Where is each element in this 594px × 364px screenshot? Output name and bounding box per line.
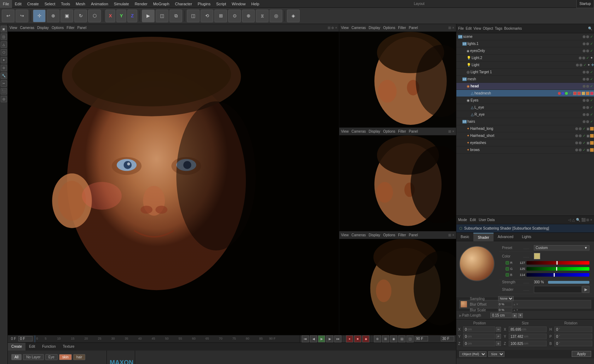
hair-mat-long[interactable] (590, 127, 594, 131)
vp-mr-panel[interactable]: Panel (409, 129, 418, 133)
obj-head[interactable]: ◉ head ✓ (456, 83, 594, 90)
obj-vis-light[interactable]: ✓ (583, 63, 586, 67)
ch-g-slider[interactable] (526, 267, 589, 271)
obj-lights1[interactable]: L0 lights.1 ✓ (456, 40, 594, 47)
target-btn[interactable]: ◎ (270, 10, 282, 22)
obj-hairs-layer[interactable]: L0 hairs ✓ (456, 118, 594, 125)
tl-fps-input[interactable] (441, 336, 454, 341)
obj-tb-edit[interactable]: Edit (466, 27, 472, 30)
apply-button[interactable]: Apply (572, 351, 591, 357)
anim-btn[interactable]: ◈ (287, 10, 300, 22)
obj-vis-light-target1[interactable]: ✓ (590, 70, 593, 74)
select-tool[interactable]: ✢ (33, 10, 46, 22)
shader-box[interactable] (534, 286, 582, 293)
obj-hairhead-short[interactable]: ✦ Hairhead_short ✓ ▦ (456, 132, 594, 139)
pos-x-btn[interactable]: H (496, 327, 501, 332)
vp-br-options[interactable]: Options (383, 233, 395, 237)
y-axis-btn[interactable]: Y (116, 10, 126, 22)
mat-tag-1[interactable] (573, 92, 577, 95)
vp-br-display[interactable]: Display (369, 233, 380, 237)
obj-eyesonly[interactable]: ◉ eyesOnly ✓ (456, 47, 594, 54)
obj-vis-eyelashes[interactable]: ✓ (583, 141, 586, 145)
obj-search-icon[interactable]: 🔍 (588, 27, 592, 30)
obj-scene[interactable]: L0 scene ✓ (456, 33, 594, 40)
shader-add-btn[interactable]: ▶ (582, 286, 589, 293)
menu-mesh[interactable]: Mesh (73, 0, 88, 8)
obj-headmesh[interactable]: △ headmesh ✓ (456, 90, 594, 97)
ch-g-toggle[interactable] (506, 267, 509, 271)
vp-br-canvas[interactable] (339, 239, 456, 335)
pos-y-box[interactable]: 0 cm (463, 334, 495, 339)
shader-tab-advanced[interactable]: Advanced (494, 233, 518, 241)
menu-create[interactable]: Create (24, 0, 42, 8)
ch-g-handle[interactable] (556, 267, 557, 271)
obj-eyelashes[interactable]: ✦ eyelashes ✓ ▦ (456, 139, 594, 146)
path-up-btn[interactable]: ▲ (512, 313, 517, 318)
tl-move-key[interactable]: ⊕ (374, 335, 381, 342)
obj-vis-hairshort[interactable]: ✓ (583, 134, 586, 138)
btab-edit[interactable]: Edit (25, 343, 39, 351)
shader-tab-shader[interactable]: Shader (473, 233, 493, 241)
obj-hairhead-long[interactable]: ✦ Hairhead_long ✓ ▦ (456, 125, 594, 132)
size-y-box[interactable]: 137.482 cm (509, 334, 547, 339)
vp-tr-options[interactable]: Options (383, 26, 395, 30)
vp-tr-panel[interactable]: Panel (409, 26, 418, 30)
obj-vis-headmesh[interactable]: ✓ (569, 91, 572, 95)
vp-mr-display[interactable]: Display (369, 129, 380, 133)
vp-tr-cameras[interactable]: Cameras (352, 26, 366, 30)
pos-z-box[interactable]: 0 cm (463, 341, 495, 346)
left-icon-3[interactable]: △ (1, 41, 7, 48)
obj-tb-tags[interactable]: Tags (495, 27, 502, 30)
tl-auto[interactable]: ◆ (362, 335, 369, 342)
vp-br-view[interactable]: View (341, 233, 349, 237)
path-down-btn[interactable]: ▼ (518, 313, 523, 318)
layer-all[interactable]: All (11, 354, 22, 360)
obj-vis-brows[interactable]: ✓ (583, 148, 586, 152)
size-x-box[interactable]: 85.695 cm (509, 327, 547, 332)
left-icon-9[interactable]: ⬛ (1, 88, 7, 94)
btab-function[interactable]: Function (39, 343, 59, 351)
menu-window[interactable]: Window (229, 0, 248, 8)
obj-vis-eyes[interactable]: ✓ (590, 98, 593, 102)
sampling-dropdown[interactable]: None (498, 296, 514, 301)
menu-simulate[interactable]: Simulate (111, 0, 132, 8)
tl-to-start[interactable]: ⏮ (302, 335, 309, 342)
btab-create[interactable]: Create (8, 343, 25, 351)
vp-mr-view[interactable]: View (341, 129, 349, 133)
obj-vis-hairlong[interactable]: ✓ (583, 127, 586, 131)
left-icon-4[interactable]: ⬡ (1, 49, 7, 56)
tl-next-frame[interactable]: ▶ (326, 335, 333, 342)
props-edit[interactable]: Edit (470, 218, 476, 222)
size-z-box[interactable]: 100.825 cm (509, 341, 547, 346)
pos-y-btn[interactable]: P (496, 334, 501, 339)
mat-tag-3[interactable] (582, 92, 585, 95)
mv-options[interactable]: Options (52, 26, 64, 30)
path-length-input[interactable] (490, 313, 512, 318)
vp-tr-filter[interactable]: Filter (398, 26, 406, 30)
props-userdata[interactable]: User Data (479, 218, 495, 222)
hair-mat-short[interactable] (590, 134, 594, 138)
timeline-track[interactable]: 0 5 10 15 20 25 30 35 40 45 50 55 60 65 … (35, 335, 300, 342)
vp-br-filter[interactable]: Filter (398, 233, 406, 237)
vp-tr-canvas[interactable] (339, 32, 456, 127)
mat-tag-5[interactable] (590, 92, 594, 95)
obj-vis-head[interactable]: ✓ (590, 84, 593, 88)
ch-b-handle[interactable] (554, 273, 555, 277)
color-swatch[interactable] (534, 253, 540, 259)
pos-x-box[interactable]: 0 cm (463, 327, 495, 332)
hair-mat-eyelashes[interactable] (590, 141, 594, 145)
tl-play[interactable]: ▶ (318, 335, 325, 342)
menu-render[interactable]: Render (132, 0, 150, 8)
tl-key-opts[interactable]: ⊞ (382, 335, 389, 342)
ch-r-handle[interactable] (556, 261, 558, 265)
obj-vis-hairs[interactable]: ✓ (590, 120, 593, 123)
obj-light2[interactable]: 💡 Light.2 ✓ ✦ (456, 54, 594, 62)
obj-tb-bookmarks[interactable]: Bookmarks (504, 27, 522, 30)
obj-vis-mesh[interactable]: ✓ (590, 77, 593, 81)
grid-btn[interactable]: ⊞ (214, 10, 227, 22)
tl-curves[interactable]: ◫ (406, 335, 414, 342)
layer-no-layer[interactable]: No Layer (23, 354, 44, 360)
obj-mesh-layer[interactable]: L0 mesh ✓ (456, 76, 594, 83)
undo-btn[interactable]: ↩ (2, 10, 15, 22)
strength-bar[interactable] (548, 281, 589, 284)
